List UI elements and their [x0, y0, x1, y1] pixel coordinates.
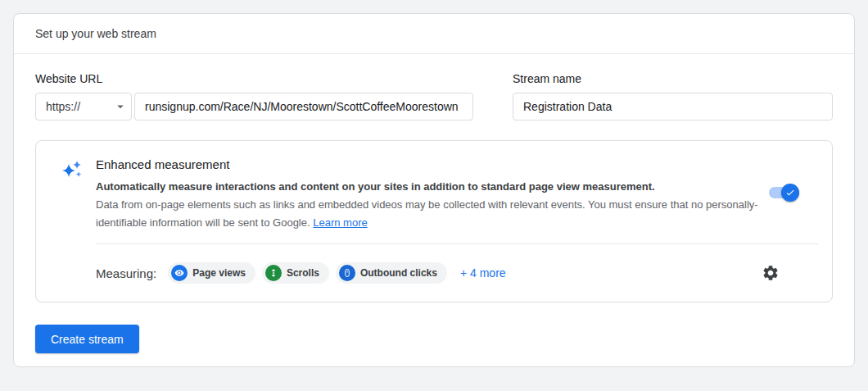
enhanced-measurement-description: Data from on-page elements such as links…: [96, 198, 758, 229]
chip-page-views: Page views: [168, 262, 255, 284]
setup-web-stream-panel: Set up your web stream Website URL https…: [13, 13, 855, 367]
panel-header: Set up your web stream: [14, 14, 854, 54]
scroll-arrows-icon: [265, 265, 282, 281]
toggle-thumb-checked: [781, 184, 799, 202]
stream-form-row: Website URL https:// Stream name: [35, 72, 833, 120]
create-stream-button[interactable]: Create stream: [35, 325, 139, 353]
mouse-icon: [339, 265, 355, 281]
chip-label: Outbound clicks: [360, 267, 437, 279]
enhanced-measurement-title: Enhanced measurement: [96, 157, 759, 171]
chip-scrolls: Scrolls: [262, 262, 329, 284]
chip-outbound-clicks: Outbound clicks: [336, 262, 447, 284]
website-url-input[interactable]: [134, 93, 473, 120]
protocol-dropdown[interactable]: https://: [35, 93, 132, 120]
stream-name-label: Stream name: [513, 72, 833, 85]
protocol-dropdown-value: https://: [46, 100, 80, 113]
enhanced-measurement-toggle[interactable]: [769, 184, 799, 202]
measuring-row: Measuring: Page views Scrolls: [36, 244, 832, 302]
stream-name-input[interactable]: [513, 93, 833, 120]
website-url-field-group: Website URL https://: [35, 72, 473, 120]
gear-icon[interactable]: [762, 264, 780, 282]
eye-icon: [171, 265, 188, 281]
enhanced-measurement-description-bold: Automatically measure interactions and c…: [96, 178, 759, 196]
chip-label: Scrolls: [287, 267, 319, 279]
measuring-label: Measuring:: [96, 266, 156, 280]
chip-label: Page views: [192, 267, 246, 279]
stream-name-field-group: Stream name: [513, 72, 833, 120]
learn-more-link[interactable]: Learn more: [313, 216, 367, 229]
website-url-label: Website URL: [35, 72, 473, 85]
chevron-down-icon: [113, 99, 128, 114]
more-measurements-link[interactable]: + 4 more: [460, 266, 506, 280]
enhanced-measurement-card: Enhanced measurement Automatically measu…: [35, 140, 833, 302]
sparkle-icon: [61, 157, 84, 232]
panel-title: Set up your web stream: [35, 27, 156, 40]
